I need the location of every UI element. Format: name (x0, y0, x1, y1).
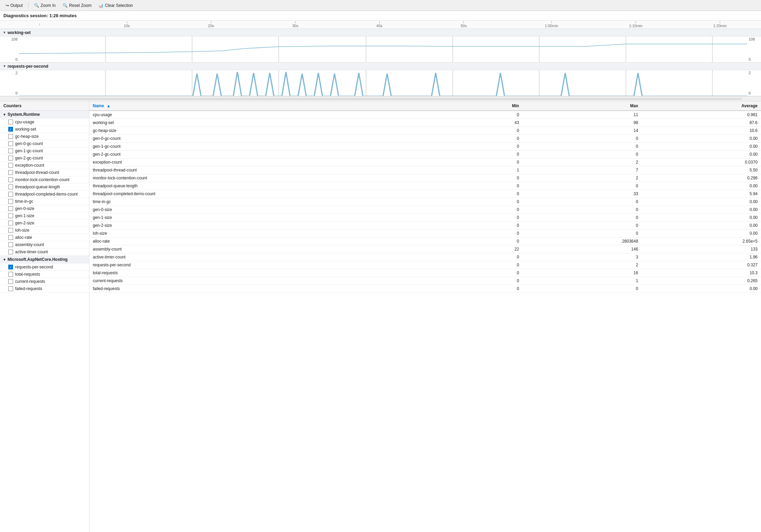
counter-checkbox-gen-0-size[interactable] (8, 206, 13, 211)
col-average[interactable]: Average (641, 101, 761, 111)
counter-checkbox-monitor-lock-contention-count[interactable] (8, 177, 13, 182)
counter-item-requests-per-second[interactable]: ✓ requests-per-second (0, 264, 89, 271)
counter-group-Microsoft.AspNetCore.Hosting[interactable]: ▼ Microsoft.AspNetCore.Hosting (0, 256, 89, 264)
counter-item-monitor-lock-contention-count[interactable]: monitor-lock-contention-count (0, 176, 89, 184)
zoom-in-button[interactable]: 🔍 Zoom In (31, 2, 58, 9)
tick-1min: 1:00min (545, 21, 558, 28)
counter-item-total-requests[interactable]: total-requests (0, 271, 89, 278)
counter-checkbox-time-in-gc[interactable] (8, 199, 13, 204)
main-content: Counters ▼ System.Runtime cpu-usage✓ wor… (0, 101, 761, 532)
counter-item-gen-1-gc-count[interactable]: gen-1-gc-count (0, 147, 89, 155)
collapse-triangle-rps[interactable]: ▼ (3, 64, 6, 68)
output-button[interactable]: ↪ Output (3, 2, 25, 9)
col-name[interactable]: Name ▲ (89, 101, 450, 111)
counter-checkbox-threadpool-thread-count[interactable] (8, 170, 13, 175)
counter-checkbox-gc-heap-size[interactable] (8, 134, 13, 139)
counter-item-working-set[interactable]: ✓ working-set (0, 126, 89, 133)
chart-area: 10s 20s 30s 40s 50s 1:00min 1:10min 1:20… (0, 21, 761, 101)
counter-item-threadpool-completed-items-count[interactable]: threadpool-completed-items-count (0, 191, 89, 198)
counter-item-threadpool-queue-length[interactable]: threadpool-queue-length (0, 184, 89, 191)
cell-max: 14 (523, 127, 642, 135)
cell-max: 0 (523, 206, 642, 214)
counter-label: gen-1-gc-count (15, 148, 43, 153)
counter-checkbox-working-set[interactable]: ✓ (8, 127, 13, 132)
table-body: cpu-usage 0 11 0.981 working-set 43 98 8… (89, 111, 761, 293)
working-set-body: 108 0 108 (0, 36, 761, 62)
working-set-title: working-set (8, 30, 31, 35)
counter-item-assembly-count[interactable]: assembly-count (0, 241, 89, 248)
counter-item-loh-size[interactable]: loh-size (0, 227, 89, 234)
counter-item-time-in-gc[interactable]: time-in-gc (0, 198, 89, 205)
counter-checkbox-failed-requests[interactable] (8, 286, 13, 291)
col-max[interactable]: Max (523, 101, 642, 111)
counter-item-alloc-rate[interactable]: alloc-rate (0, 234, 89, 241)
counter-label: gen-1-size (15, 213, 34, 218)
counter-checkbox-cpu-usage[interactable] (8, 120, 13, 124)
counter-item-active-timer-count[interactable]: active-timer-count (0, 248, 89, 256)
cell-average: 1.96 (641, 253, 761, 261)
cell-average: 0.00 (641, 182, 761, 190)
counter-item-gen-1-size[interactable]: gen-1-size (0, 212, 89, 220)
counter-label: gen-2-size (15, 221, 34, 225)
cell-name: exception-count (89, 158, 450, 166)
counter-item-failed-requests[interactable]: failed-requests (0, 285, 89, 292)
counter-checkbox-assembly-count[interactable] (8, 242, 13, 247)
counter-item-exception-count[interactable]: exception-count (0, 162, 89, 169)
counter-checkbox-loh-size[interactable] (8, 228, 13, 233)
tick-30s: 30s (292, 21, 298, 28)
counter-item-cpu-usage[interactable]: cpu-usage (0, 119, 89, 126)
cell-max: 2 (523, 158, 642, 166)
counter-item-gc-heap-size[interactable]: gc-heap-size (0, 133, 89, 140)
counter-checkbox-gen-0-gc-count[interactable] (8, 141, 13, 146)
clear-selection-button[interactable]: 📊 Clear Selection (96, 2, 135, 9)
cell-min: 0 (450, 111, 523, 119)
cell-average: 0.00 (641, 285, 761, 293)
counter-group-System.Runtime[interactable]: ▼ System.Runtime (0, 111, 89, 119)
cell-max: 1 (523, 277, 642, 285)
table-row: alloc-rate 0 2803648 2.65e+5 (89, 237, 761, 245)
counter-checkbox-current-requests[interactable] (8, 279, 13, 284)
cell-name: gc-heap-size (89, 127, 450, 135)
metrics-table: Name ▲ Min Max Average cpu-usage 0 11 0.… (89, 101, 761, 293)
cell-name: loh-size (89, 230, 450, 237)
counter-checkbox-gen-2-size[interactable] (8, 221, 13, 225)
counter-checkbox-threadpool-queue-length[interactable] (8, 185, 13, 189)
cell-max: 16 (523, 269, 642, 277)
cell-average: 0.00 (641, 135, 761, 143)
cell-name: gen-2-gc-count (89, 151, 450, 158)
cell-average: 10.3 (641, 269, 761, 277)
counter-checkbox-gen-1-gc-count[interactable] (8, 148, 13, 153)
tick-20s: 20s (208, 21, 214, 28)
requests-per-second-header: ▼ requests-per-second (0, 63, 761, 70)
counter-item-current-requests[interactable]: current-requests (0, 278, 89, 285)
col-min[interactable]: Min (450, 101, 523, 111)
counter-item-gen-2-gc-count[interactable]: gen-2-gc-count (0, 155, 89, 162)
chart-scrollbar[interactable] (0, 96, 761, 101)
cell-max: 146 (523, 245, 642, 253)
cell-name: working-set (89, 119, 450, 127)
counter-checkbox-active-timer-count[interactable] (8, 250, 13, 254)
counter-checkbox-requests-per-second[interactable]: ✓ (8, 265, 13, 269)
counter-checkbox-gen-1-size[interactable] (8, 213, 13, 218)
collapse-triangle[interactable]: ▼ (3, 31, 6, 34)
counter-checkbox-alloc-rate[interactable] (8, 235, 13, 240)
counter-checkbox-threadpool-completed-items-count[interactable] (8, 192, 13, 197)
group-triangle: ▼ (3, 258, 6, 262)
cell-min: 0 (450, 127, 523, 135)
scroll-track[interactable] (19, 98, 742, 100)
cell-max: 2 (523, 261, 642, 269)
table-header: Name ▲ Min Max Average (89, 101, 761, 111)
cell-name: gen-1-size (89, 214, 450, 222)
counter-checkbox-exception-count[interactable] (8, 163, 13, 168)
counter-item-gen-0-size[interactable]: gen-0-size (0, 205, 89, 212)
counter-item-threadpool-thread-count[interactable]: threadpool-thread-count (0, 169, 89, 176)
cell-min: 0 (450, 277, 523, 285)
cell-name: threadpool-queue-length (89, 182, 450, 190)
counter-checkbox-total-requests[interactable] (8, 272, 13, 277)
reset-zoom-button[interactable]: 🔍 Reset Zoom (60, 2, 94, 9)
cell-average: 0.00 (641, 151, 761, 158)
cell-name: alloc-rate (89, 237, 450, 245)
counter-checkbox-gen-2-gc-count[interactable] (8, 156, 13, 160)
counter-item-gen-2-size[interactable]: gen-2-size (0, 220, 89, 227)
counter-item-gen-0-gc-count[interactable]: gen-0-gc-count (0, 140, 89, 147)
